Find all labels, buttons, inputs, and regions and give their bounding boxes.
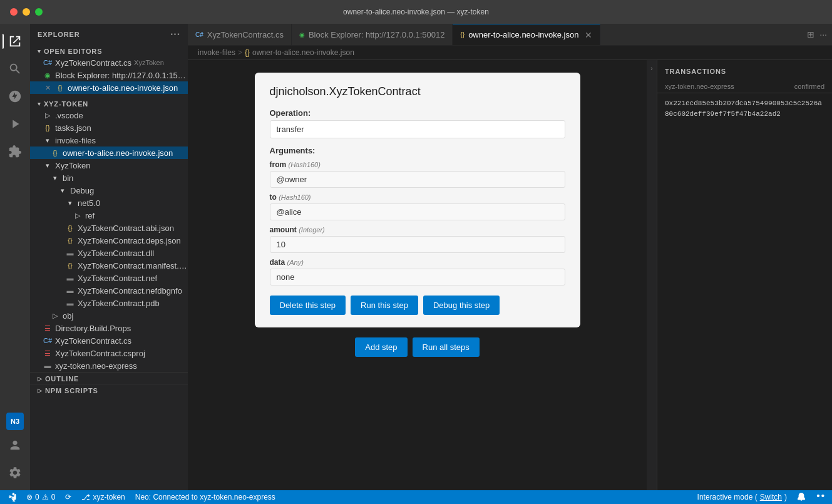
status-error-item[interactable]: ⊗ 0 ⚠ 0 xyxy=(24,493,58,501)
status-neo-connection[interactable]: Neo: Connected to xyz-token.neo-express xyxy=(133,493,278,501)
maximize-button[interactable] xyxy=(35,8,43,16)
abi-json-label: XyzTokenContract.abi.json xyxy=(78,224,174,233)
more-actions-button[interactable]: ··· xyxy=(819,29,827,39)
outline-label-section[interactable]: ▷ OUTLINE xyxy=(30,373,188,384)
sidebar-header: EXPLORER ··· xyxy=(30,24,188,45)
breadcrumb-sep1: > xyxy=(238,48,242,57)
status-remote[interactable] xyxy=(813,493,827,501)
arg-to: to (Hash160) xyxy=(270,193,565,220)
xyz-cs-label: XyzTokenContract.cs xyxy=(55,336,131,346)
pdb-icon: ▬ xyxy=(65,298,75,308)
xyztoken-folder[interactable]: ▾ XyzToken xyxy=(30,159,188,172)
nef-label: XyzTokenContract.nef xyxy=(78,274,157,283)
nefdbgnfo-file[interactable]: ▬ XyzTokenContract.nefdbgnfo xyxy=(30,284,188,297)
csproj-file[interactable]: ☰ XyzTokenContract.csproj xyxy=(30,347,188,359)
dll-label: XyzTokenContract.dll xyxy=(78,249,154,258)
abi-json-file[interactable]: {} XyzTokenContract.abi.json xyxy=(30,222,188,234)
arg-from-input[interactable] xyxy=(270,171,565,188)
manifest-json-file[interactable]: {} XyzTokenContract.manifest.json xyxy=(30,259,188,272)
vscode-folder[interactable]: ▷ .vscode xyxy=(30,109,188,121)
mode-text: Interactive mode ( xyxy=(697,493,758,501)
tab-cs[interactable]: C# XyzTokenContract.cs xyxy=(188,24,292,45)
nef-file[interactable]: ▬ XyzTokenContract.nef xyxy=(30,272,188,284)
split-editor-button[interactable]: ⊞ xyxy=(807,29,814,39)
tab-json-close[interactable]: ✕ xyxy=(585,30,592,40)
breadcrumb-invoke-files[interactable]: invoke-files xyxy=(198,48,235,57)
status-mode: Interactive mode (Switch) xyxy=(695,493,789,501)
activity-settings[interactable] xyxy=(3,460,28,485)
mode-end: ) xyxy=(784,493,787,501)
arg-from: from (Hash160) xyxy=(270,160,565,188)
arg-amount-label: amount (Integer) xyxy=(270,225,565,234)
window-title: owner-to-alice.neo-invoke.json — xyz-tok… xyxy=(343,8,489,16)
app-container: N3 EXPLORER ··· ▾ OPEN EDITORS C# XyzTok… xyxy=(0,24,832,490)
bin-folder[interactable]: ▾ bin xyxy=(30,172,188,184)
pdb-file[interactable]: ▬ XyzTokenContract.pdb xyxy=(30,297,188,309)
activity-account[interactable] xyxy=(3,433,28,458)
nefdbgnfo-icon: ▬ xyxy=(65,285,75,296)
owner-to-alice-file[interactable]: {} owner-to-alice.neo-invoke.json xyxy=(30,147,188,159)
nef-icon: ▬ xyxy=(65,273,75,283)
npm-label-section[interactable]: ▷ NPM SCRIPTS xyxy=(30,384,188,396)
xyz-token-cs-file[interactable]: C# XyzTokenContract.cs xyxy=(30,334,188,347)
open-editor-item-explorer[interactable]: ◉ Block Explorer: http://127.0.0.1:1500.… xyxy=(30,69,188,81)
tab-json-icon: {} xyxy=(460,31,465,38)
run-step-button[interactable]: Run this step xyxy=(351,296,418,315)
open-editor-item-json[interactable]: ✕ {} owner-to-alice.neo-invoke.json xyxy=(30,81,188,94)
arg-to-input[interactable] xyxy=(270,203,565,220)
xyz-token-section[interactable]: ▾ XYZ-TOKEN xyxy=(30,98,188,109)
activity-run[interactable] xyxy=(3,111,28,136)
status-sync[interactable]: ⟳ xyxy=(63,493,74,501)
explorer-label: EXPLORER xyxy=(38,31,80,38)
neo-express-file[interactable]: ▬ xyz-token.neo-express xyxy=(30,359,188,372)
dll-file[interactable]: ▬ XyzTokenContract.dll xyxy=(30,247,188,259)
nefdbgnfo-label: XyzTokenContract.nefdbgnfo xyxy=(78,286,182,296)
activity-extensions[interactable] xyxy=(3,139,28,164)
obj-folder[interactable]: ▷ obj xyxy=(30,309,188,322)
activity-search[interactable] xyxy=(3,56,28,81)
debug-folder[interactable]: ▾ Debug xyxy=(30,184,188,197)
breadcrumb-filename[interactable]: owner-to-alice.neo-invoke.json xyxy=(252,48,354,57)
invoke-title: djnicholson.XyzTokenContract xyxy=(270,85,565,98)
deps-json-file[interactable]: {} XyzTokenContract.deps.json xyxy=(30,234,188,247)
delete-step-button[interactable]: Delete this step xyxy=(270,296,346,315)
arg-amount-input[interactable] xyxy=(270,236,565,253)
ref-folder[interactable]: ▷ ref xyxy=(30,209,188,222)
open-editors-section[interactable]: ▾ OPEN EDITORS xyxy=(30,45,188,56)
explorer-tab-icon: ◉ xyxy=(43,70,53,80)
open-editor-item-cs[interactable]: C# XyzTokenContract.cs XyzToken xyxy=(30,56,188,69)
status-notifications[interactable] xyxy=(794,493,808,501)
switch-link[interactable]: Switch xyxy=(760,493,782,501)
minimize-button[interactable] xyxy=(23,8,30,16)
directory-build-props-file[interactable]: ☰ Directory.Build.Props xyxy=(30,322,188,334)
json-close-icon[interactable]: ✕ xyxy=(43,83,53,93)
npm-section: ▷ NPM SCRIPTS xyxy=(30,384,188,396)
invoke-files-folder[interactable]: ▾ invoke-files xyxy=(30,134,188,147)
run-all-steps-button[interactable]: Run all steps xyxy=(413,337,480,357)
activity-explorer[interactable] xyxy=(3,29,28,54)
npm-arrow: ▷ xyxy=(38,388,43,394)
sidebar-more-button[interactable]: ··· xyxy=(170,29,180,40)
transaction-hash[interactable]: 0x221ecd85e53b207dca5754990053c5c2526a80… xyxy=(657,93,832,124)
activity-git[interactable] xyxy=(3,84,28,109)
directory-build-props-label: Directory.Build.Props xyxy=(55,324,131,333)
tab-block-explorer[interactable]: ◉ Block Explorer: http://127.0.0.1:50012 xyxy=(292,24,453,45)
n3-badge[interactable]: N3 xyxy=(6,413,24,430)
pdb-label: XyzTokenContract.pdb xyxy=(78,299,160,308)
operation-label: Operation: xyxy=(270,108,565,118)
transactions-panel: TRANSACTIONS xyz-token.neo-express confi… xyxy=(657,60,832,490)
status-branch-icon[interactable] xyxy=(5,493,19,501)
arg-data-input[interactable] xyxy=(270,269,565,285)
add-step-button[interactable]: Add step xyxy=(355,337,407,357)
panel-toggle[interactable]: › xyxy=(647,60,657,490)
tasks-json-file[interactable]: {} tasks.json xyxy=(30,121,188,134)
status-branch[interactable]: ⎇ xyz-token xyxy=(79,493,127,501)
debug-step-button[interactable]: Debug this step xyxy=(423,296,500,315)
close-button[interactable] xyxy=(10,8,18,16)
invoke-files-icon: ▾ xyxy=(43,135,53,145)
net50-folder[interactable]: ▾ net5.0 xyxy=(30,197,188,209)
operation-input[interactable] xyxy=(270,120,565,138)
arg-amount: amount (Integer) xyxy=(270,225,565,253)
tab-json[interactable]: {} owner-to-alice.neo-invoke.json ✕ xyxy=(453,24,600,45)
tab-explorer-label: Block Explorer: http://127.0.0.1:50012 xyxy=(309,30,445,39)
